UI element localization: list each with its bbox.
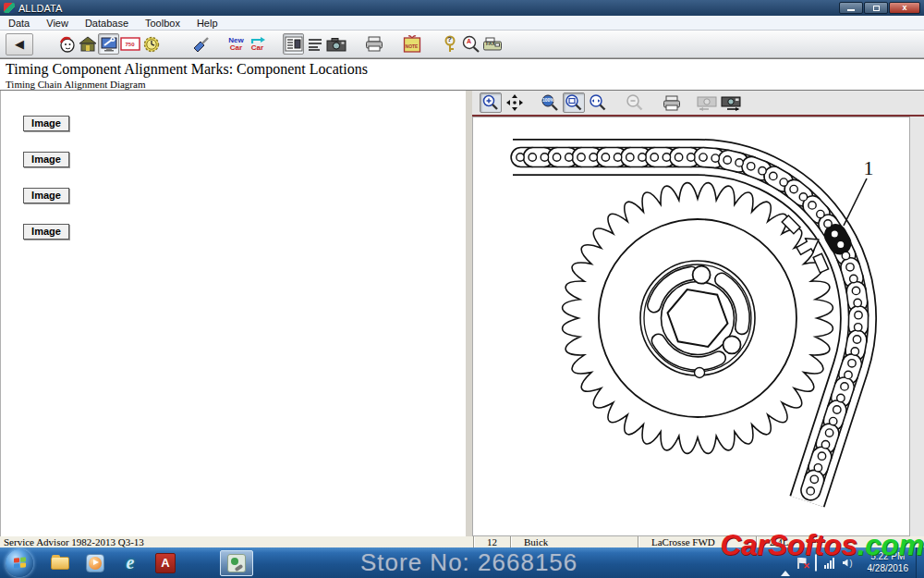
media-player-icon — [86, 554, 104, 572]
windows-logo-icon — [14, 557, 26, 569]
fax-button[interactable]: FAX — [481, 33, 503, 55]
system-tray: ✕ ) 5:22 PM 4/28/2016 — [777, 547, 924, 578]
text-view-button[interactable] — [304, 33, 325, 55]
menu-help[interactable]: Help — [188, 17, 226, 30]
taskbar-alldata-button[interactable] — [220, 550, 253, 576]
estimate-label: 750 — [125, 42, 134, 47]
alert-x-icon: ✕ — [803, 561, 810, 571]
minimize-button[interactable] — [839, 2, 863, 14]
help-button[interactable]: ? — [439, 33, 460, 55]
labor-times-button[interactable] — [140, 33, 162, 55]
up-arrow-icon — [781, 555, 790, 576]
labor-clock-gear-icon — [142, 35, 161, 54]
app-icon — [4, 3, 15, 13]
menu-toolbox[interactable]: Toolbox — [137, 17, 188, 30]
clock-time: 5:22 PM — [868, 551, 909, 563]
new-car-button[interactable]: New Car — [225, 33, 247, 55]
zoom-100-button[interactable]: 100% — [539, 92, 561, 113]
callout-label-1: 1 — [864, 156, 874, 179]
back-button[interactable]: ◀ — [6, 33, 33, 55]
volume-button[interactable]: ) — [843, 559, 857, 568]
alldata-window: { "window": { "title": "ALLDATA" }, "men… — [0, 0, 924, 578]
menu-data[interactable]: Data — [0, 17, 38, 30]
image-button-2[interactable]: Image — [23, 152, 69, 167]
recall-car-button[interactable]: Car — [247, 33, 268, 55]
status-bar: Service Advisor 1982-2013 Q3-13 12 Buick… — [0, 536, 924, 547]
zoom-out-button-disabled[interactable] — [624, 92, 646, 113]
search-button[interactable]: A — [460, 33, 481, 55]
text-view-icon — [307, 37, 323, 52]
print-button[interactable] — [363, 33, 384, 55]
taskbar-explorer-button[interactable] — [43, 550, 77, 576]
image-viewer-panel: 100% — [472, 91, 924, 536]
timing-chain-diagram: 1 — [473, 117, 909, 535]
adobe-reader-icon: A — [155, 553, 176, 573]
panel-splitter[interactable] — [466, 91, 472, 536]
maximize-button[interactable] — [864, 2, 888, 14]
shop-button[interactable] — [77, 33, 98, 55]
back-arrow-icon: ◀ — [15, 37, 24, 51]
show-desktop-button[interactable] — [916, 547, 924, 578]
menu-database[interactable]: Database — [77, 17, 137, 30]
zoom-in-icon — [481, 93, 500, 112]
taskbar-ie-button[interactable]: e — [114, 550, 147, 576]
status-engine: 2.4L — [756, 536, 924, 547]
window-title: ALLDATA — [18, 3, 62, 14]
menu-view[interactable]: View — [38, 17, 77, 30]
image-button-3[interactable]: Image — [23, 188, 69, 203]
network-button[interactable] — [824, 558, 835, 569]
previous-image-button-disabled[interactable] — [696, 92, 718, 113]
text-image-view-icon — [285, 36, 303, 53]
customer-icon — [57, 35, 76, 54]
close-button[interactable]: x — [889, 2, 920, 14]
diagram-canvas[interactable]: 1 — [472, 117, 910, 536]
speaker-icon — [843, 560, 848, 567]
note-button[interactable]: NOTE — [401, 33, 422, 55]
zoom-in-button[interactable] — [480, 92, 502, 113]
main-toolbar: ◀ 750 — [0, 31, 924, 58]
camera-icon — [326, 37, 346, 52]
image-button-1[interactable]: Image — [23, 116, 69, 131]
taskbar-clock[interactable]: 5:22 PM 4/28/2016 — [868, 551, 909, 574]
taskbar-adobe-button[interactable]: A — [149, 550, 182, 576]
explorer-folder-icon — [51, 557, 69, 570]
hand-tool-button[interactable] — [189, 33, 211, 55]
minimize-icon — [847, 9, 855, 11]
device-button[interactable] — [815, 555, 817, 572]
taskbar-media-player-button[interactable] — [79, 550, 112, 576]
pan-button[interactable] — [504, 92, 526, 113]
image-view-button[interactable] — [325, 33, 346, 55]
viewer-printer-icon — [663, 95, 681, 111]
next-image-button[interactable] — [720, 92, 742, 113]
page-title: Timing Component Alignment Marks: Compon… — [6, 61, 918, 78]
internet-explorer-icon: e — [127, 552, 135, 573]
zoom-100-icon — [540, 93, 560, 112]
hand-tool-icon — [191, 35, 210, 54]
printer-icon — [365, 36, 383, 52]
status-product: Service Advisor 1982-2013 Q3-13 — [0, 536, 473, 547]
shop-home-icon — [79, 35, 97, 54]
taskbar: e A ✕ ) 5:22 PM 4/28/2016 — [0, 547, 924, 578]
next-image-camera-icon — [720, 93, 742, 112]
show-hidden-icons-button[interactable] — [781, 555, 790, 572]
estimate-button[interactable]: 750 — [119, 33, 140, 55]
action-center-button[interactable]: ✕ — [797, 558, 808, 569]
status-count: 12 — [473, 536, 510, 547]
page-subtitle: Timing Chain Alignment Diagram — [6, 79, 918, 90]
start-button[interactable] — [6, 549, 33, 577]
note-label: NOTE — [406, 44, 419, 49]
help-label: ? — [447, 36, 452, 43]
image-button-4[interactable]: Image — [23, 224, 69, 240]
repair-button[interactable] — [98, 33, 119, 55]
recall-car-label: Car — [251, 44, 263, 52]
zoom-fit-icon — [565, 93, 583, 112]
text-image-view-button[interactable] — [283, 33, 304, 55]
viewer-print-button[interactable] — [661, 92, 683, 113]
zoom-width-button[interactable] — [587, 92, 609, 113]
title-bar: ALLDATA x — [0, 0, 924, 16]
zoom-out-icon — [626, 93, 644, 112]
customer-button[interactable] — [55, 33, 77, 55]
alldata-app-icon — [227, 554, 246, 572]
zoom-fit-button[interactable] — [563, 92, 585, 113]
close-icon: x — [902, 3, 906, 12]
